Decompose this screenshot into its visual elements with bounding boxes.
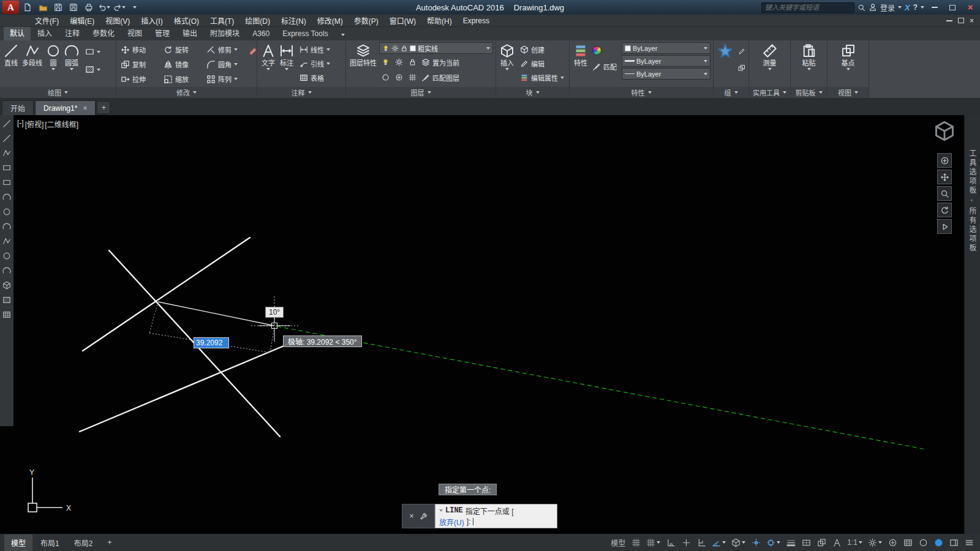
match-layer-button[interactable]: 匹配图层 — [420, 70, 461, 84]
annotation-monitor-button[interactable] — [886, 536, 899, 549]
minimize-button[interactable] — [927, 1, 942, 13]
layer-off-button[interactable] — [379, 55, 391, 69]
model-space-button[interactable]: 模型 — [609, 536, 627, 549]
line-button[interactable]: 直线 — [2, 42, 20, 67]
signin-person-icon[interactable] — [869, 3, 877, 12]
exchange-apps-icon[interactable]: X — [905, 3, 910, 12]
isometric-drafting-button[interactable] — [729, 536, 747, 549]
ribbon-tab-output[interactable]: 输出 — [176, 26, 203, 40]
group-edit-button[interactable] — [736, 44, 748, 58]
undo-button[interactable] — [97, 1, 111, 13]
drawing-area[interactable]: [-] [俯视] [二维线框] 39.2092 10° 极轴: 39.2092 … — [0, 115, 980, 534]
qat-customize-button[interactable] — [128, 1, 141, 13]
restore-button[interactable] — [945, 1, 960, 13]
menu-tools[interactable]: 工具(T) — [205, 15, 239, 26]
file-tab-start[interactable]: 开始 — [2, 100, 34, 115]
circle-button[interactable]: 圆 — [45, 42, 62, 70]
infer-constraints-button[interactable] — [664, 536, 677, 549]
edit-block-button[interactable]: 编辑 — [518, 56, 566, 70]
new-drawing-tab-button[interactable]: + — [97, 101, 110, 114]
layer-select[interactable]: 粗实线 — [379, 42, 493, 54]
wrench-icon[interactable] — [420, 512, 428, 520]
layer-lock-button[interactable] — [406, 55, 418, 69]
leader-button[interactable]: 引线 — [298, 56, 332, 70]
layer-freeze-button[interactable] — [393, 55, 405, 69]
command-dock-handle[interactable]: × — [402, 504, 435, 528]
insert-block-button[interactable]: 插入 — [499, 42, 516, 70]
object-snap-button[interactable] — [764, 536, 782, 549]
ribbon-tab-home[interactable]: 默认 — [4, 26, 31, 40]
doc-close-icon[interactable]: × — [970, 17, 974, 25]
selection-cycling-button[interactable] — [815, 536, 828, 549]
help-icon[interactable]: ? — [913, 3, 918, 12]
customization-button[interactable] — [962, 536, 976, 549]
edit-attributes-button[interactable]: 编辑属性 — [518, 70, 566, 84]
layer-isolate-button[interactable] — [379, 70, 391, 84]
viewport-menu-control[interactable]: [-] — [17, 119, 24, 129]
ortho-mode-button[interactable] — [695, 536, 708, 549]
text-button[interactable]: 文字 — [260, 42, 277, 70]
doc-minimize-icon[interactable] — [946, 20, 952, 21]
panel-label-properties[interactable]: 特性 — [570, 87, 713, 98]
drawn-lines[interactable] — [80, 238, 298, 437]
table-button[interactable]: 表格 — [298, 70, 332, 84]
menu-view[interactable]: 视图(V) — [100, 15, 135, 26]
create-block-button[interactable]: 创建 — [518, 42, 566, 56]
tool-palettes-bar[interactable]: 工具选项板 - 所有选项板 — [964, 115, 980, 534]
isolate-objects-button[interactable] — [916, 536, 930, 549]
ellipse-tool-button[interactable] — [2, 250, 12, 261]
base-point-button[interactable]: 基点 — [840, 42, 857, 70]
snap-mode-button[interactable] — [644, 536, 662, 549]
lineweight-button[interactable] — [784, 536, 797, 549]
save-button[interactable] — [51, 1, 65, 13]
view-control[interactable]: [俯视] — [25, 119, 44, 129]
ribbon-tab-insert[interactable]: 插入 — [31, 26, 58, 40]
showmotion-button[interactable] — [937, 219, 952, 234]
panel-label-layers[interactable]: 图层 — [346, 87, 496, 98]
layer-properties-button[interactable]: 图层特性 — [349, 42, 378, 67]
close-button[interactable]: × — [963, 1, 978, 13]
menu-parametric[interactable]: 参数(P) — [349, 15, 384, 26]
transparency-button[interactable] — [799, 536, 813, 549]
ungroup-button[interactable] — [736, 61, 748, 75]
ribbon-tab-view[interactable]: 视图 — [121, 26, 148, 40]
new-layout-button[interactable]: + — [100, 535, 118, 550]
layout2-tab[interactable]: 布局2 — [67, 534, 100, 551]
properties-button[interactable]: 特性 — [572, 42, 589, 67]
panel-label-block[interactable]: 块 — [496, 87, 569, 98]
ribbon-tab-parametric[interactable]: 参数化 — [86, 26, 121, 40]
color-wheel-button[interactable] — [590, 43, 603, 58]
zoom-button[interactable] — [937, 186, 952, 201]
copy-button[interactable]: 复制 — [119, 58, 162, 72]
object-snap-tracking-button[interactable] — [749, 536, 763, 549]
ribbon-display-toggle[interactable] — [335, 28, 351, 40]
clean-screen-button[interactable] — [947, 536, 960, 549]
match-properties-button[interactable]: 匹配 — [590, 59, 619, 73]
polyline-button[interactable]: 多段线 — [21, 42, 43, 67]
ribbon-tab-addins[interactable]: 附加模块 — [204, 26, 246, 40]
revision-cloud-tool-button[interactable] — [2, 221, 12, 231]
menu-edit[interactable]: 编辑(E) — [64, 15, 100, 26]
construction-line-tool-button[interactable] — [2, 133, 12, 143]
pan-button[interactable] — [937, 170, 952, 184]
panel-label-clipboard[interactable]: 剪贴板 — [791, 87, 827, 98]
model-tab[interactable]: 模型 — [4, 534, 32, 551]
menu-format[interactable]: 格式(O) — [168, 15, 205, 26]
move-button[interactable]: 移动 — [119, 43, 162, 57]
ribbon-tab-a360[interactable]: A360 — [246, 28, 276, 40]
chevron-down-icon[interactable] — [439, 509, 443, 512]
fillet-button[interactable]: 圆角 — [205, 58, 247, 72]
dynamic-input-button[interactable] — [679, 536, 693, 549]
arc-tool-button[interactable] — [2, 192, 12, 202]
menu-insert[interactable]: 插入(I) — [135, 15, 168, 26]
drawing-viewport[interactable] — [0, 115, 980, 534]
polygon-tool-button[interactable] — [2, 162, 12, 173]
layer-unisolate-button[interactable] — [393, 70, 405, 84]
autocad-logo[interactable]: A — [2, 1, 19, 14]
paste-button[interactable]: 粘贴 — [801, 42, 818, 70]
graphics-performance-button[interactable] — [932, 536, 945, 549]
quick-properties-button[interactable] — [901, 536, 914, 549]
polar-tracking-button[interactable] — [710, 536, 728, 549]
dimension-button[interactable]: 标注 — [278, 42, 295, 70]
menu-window[interactable]: 窗口(W) — [384, 15, 421, 26]
